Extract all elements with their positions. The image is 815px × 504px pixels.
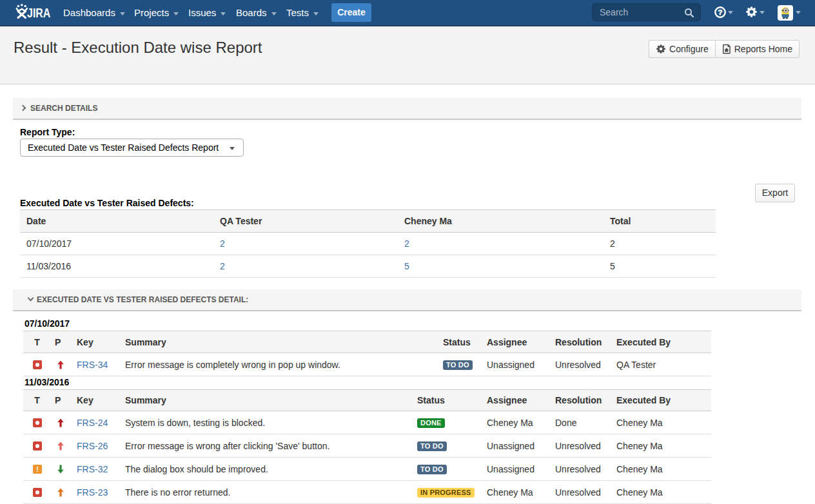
svg-text:?: ? [718, 8, 722, 16]
svg-text:!: ! [36, 465, 39, 473]
